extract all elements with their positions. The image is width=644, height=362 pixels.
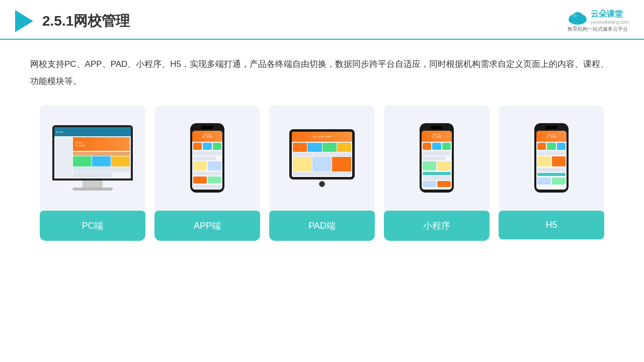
phone-screen-h5: 职达人的第一堂网课 (536, 131, 567, 190)
card-h5-image: 职达人的第一堂网课 (499, 105, 604, 206)
phone-mockup-app: 职达人的第一堂网课 ● (190, 123, 224, 193)
card-pc-image: 职达人的第一堂网课 (40, 105, 145, 206)
phone-screen-miniapp: 职达人的第一堂网课 (422, 131, 452, 190)
description-content: 网校支持PC、APP、PAD、小程序、H5，实现多端打通，产品各终端自由切换，数… (30, 59, 609, 86)
cloud-logo-icon (567, 10, 589, 25)
logo-text-group: 云朵课堂 yunduoketang.com (591, 9, 629, 25)
phone-mockup-h5: 职达人的第一堂网课 (534, 123, 569, 193)
pad-mockup: 职达人的第一堂网课 ● (289, 129, 355, 187)
pc-mockup: 职达人的第一堂网课 (52, 125, 133, 191)
phone-mockup-miniapp: 职达人的第一堂网课 (420, 123, 454, 193)
svg-point-4 (572, 14, 577, 18)
card-miniapp: 职达人的第一堂网课 (384, 105, 490, 241)
phone-outer-h5: 职达人的第一堂网课 (534, 123, 569, 193)
phone-screen-app: 职达人的第一堂网课 ● (192, 131, 222, 190)
cards-container: 职达人的第一堂网课 (0, 100, 644, 241)
pad-home-btn (319, 181, 325, 187)
phone-notch-miniapp (431, 126, 443, 129)
card-miniapp-image: 职达人的第一堂网课 (384, 105, 490, 206)
card-pad: 职达人的第一堂网课 ● (269, 105, 375, 241)
logo-name: 云朵课堂 (591, 9, 629, 20)
pc-screen-outer: 职达人的第一堂网课 (52, 125, 133, 180)
logo-tagline: 教育机构一站式服务云平台 (568, 26, 628, 33)
phone-outer-miniapp: 职达人的第一堂网课 (420, 123, 454, 193)
card-app-image: 职达人的第一堂网课 ● (154, 105, 260, 206)
header-left: 2.5.1网校管理 (15, 10, 130, 32)
card-pc: 职达人的第一堂网课 (40, 105, 145, 241)
pad-screen: 职达人的第一堂网课 ● (292, 132, 352, 177)
card-app-label: APP端 (154, 211, 260, 241)
card-app: 职达人的第一堂网课 ● (154, 105, 260, 241)
page-title: 2.5.1网校管理 (42, 12, 130, 31)
description-text: 网校支持PC、APP、PAD、小程序、H5，实现多端打通，产品各终端自由切换，数… (0, 40, 644, 100)
phone-notch-app (201, 126, 213, 129)
card-pc-label: PC端 (40, 211, 145, 241)
card-miniapp-label: 小程序 (384, 211, 490, 241)
card-h5: 职达人的第一堂网课 (499, 105, 604, 241)
phone-notch-h5 (545, 126, 557, 129)
phone-outer-app: 职达人的第一堂网课 ● (190, 123, 224, 193)
card-pad-label: PAD端 (269, 211, 375, 241)
play-icon (15, 10, 33, 32)
pc-screen-content: 职达人的第一堂网课 (54, 127, 131, 178)
logo-url: yunduoketang.com (591, 20, 629, 25)
logo-wrap: 云朵课堂 yunduoketang.com (567, 9, 629, 25)
pad-outer: 职达人的第一堂网课 ● (289, 129, 355, 179)
card-h5-label: H5 (499, 211, 604, 239)
logo-area: 云朵课堂 yunduoketang.com 教育机构一站式服务云平台 (567, 9, 629, 33)
card-pad-image: 职达人的第一堂网课 ● (269, 105, 375, 206)
page-header: 2.5.1网校管理 云朵课堂 yunduoketang.com 教育机构一站式服… (0, 0, 644, 40)
